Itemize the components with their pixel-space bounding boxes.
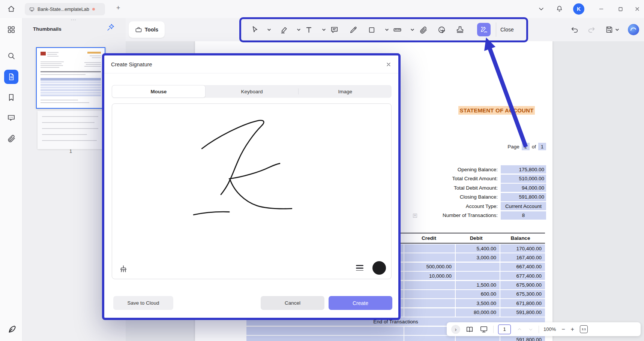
create-signature-dialog: Create Signature MouseKeyboardImage Save… — [102, 53, 401, 320]
zoom-out-button[interactable]: − — [561, 326, 565, 333]
select-tool[interactable] — [251, 18, 259, 41]
table-cell — [246, 336, 404, 341]
highlighter-tool[interactable] — [280, 18, 288, 41]
new-tab-button[interactable]: + — [116, 4, 120, 12]
bookmarks-button[interactable] — [7, 93, 16, 102]
table-cell — [404, 253, 455, 262]
save-button[interactable] — [605, 18, 613, 41]
measure-tool-dropdown[interactable] — [410, 18, 414, 41]
close-window-button[interactable] — [633, 5, 641, 13]
redo-button[interactable] — [587, 18, 596, 41]
left-rail — [0, 18, 23, 341]
minimize-button[interactable] — [597, 5, 605, 13]
cancel-button[interactable]: Cancel — [261, 296, 324, 310]
chevron-down-icon — [322, 28, 326, 32]
highlighter-icon — [280, 25, 288, 34]
view-controls-bar: › 100% − + 1:1 — [447, 322, 641, 336]
tab-list-button[interactable] — [537, 5, 545, 13]
table-cell — [404, 290, 455, 298]
shape-tool-dropdown[interactable] — [385, 18, 389, 41]
stroke-thickness-button[interactable] — [356, 265, 363, 271]
page-current-field: 1 — [522, 143, 530, 150]
apps-button[interactable] — [7, 25, 16, 34]
search-icon — [7, 51, 16, 60]
table-row-partial: 591,800.00 — [246, 336, 545, 341]
pin-panel-button[interactable] — [107, 23, 115, 31]
expand-bar-button[interactable]: › — [451, 325, 460, 334]
stamp-tool[interactable] — [456, 18, 464, 41]
select-tool-dropdown[interactable] — [267, 18, 271, 41]
summary-label: Total Debit Amount: — [454, 185, 498, 191]
summary-value: 8 — [501, 211, 546, 220]
next-page-button[interactable] — [528, 327, 533, 332]
page-thumbnail-continuation[interactable] — [38, 111, 104, 149]
save-to-cloud-button[interactable]: Save to Cloud — [113, 296, 173, 310]
title-bar: Bank-State...emplateLab + K — [0, 0, 644, 18]
table-cell: 500,000.00 — [404, 263, 455, 271]
apps-grid-icon — [7, 25, 16, 34]
create-button[interactable]: Create — [329, 296, 392, 310]
tab-mouse[interactable]: Mouse — [112, 85, 206, 98]
document-tab[interactable]: Bank-State...emplateLab — [25, 3, 105, 15]
summary-row: Account Type:Current Account — [443, 202, 546, 210]
comments-panel-button[interactable] — [7, 113, 16, 122]
signature-canvas[interactable] — [112, 103, 392, 279]
chevron-up-icon — [517, 327, 522, 332]
tab-image[interactable]: Image — [299, 85, 392, 98]
chevron-down-icon — [297, 28, 301, 32]
page-thumbnail-1[interactable] — [36, 47, 105, 109]
comment-tool[interactable] — [330, 18, 339, 41]
zoom-in-button[interactable]: + — [571, 326, 574, 333]
pen-tool[interactable] — [349, 18, 358, 41]
table-cell — [456, 263, 500, 271]
table-cell — [404, 308, 455, 317]
summary-label: Total Credit Amount: — [452, 176, 498, 181]
save-dropdown[interactable] — [615, 18, 619, 41]
highlighter-dropdown[interactable] — [297, 18, 301, 41]
home-button[interactable] — [7, 5, 15, 13]
ai-assistant-button[interactable] — [628, 24, 639, 35]
summary-value: 510,000.00 — [501, 175, 546, 183]
previous-page-button[interactable] — [517, 327, 522, 332]
chevron-down-icon — [410, 28, 414, 32]
stamp-icon — [456, 25, 464, 34]
column-header: Debit — [454, 233, 498, 243]
page-indicator-of: of — [532, 144, 536, 150]
text-tool[interactable] — [305, 18, 313, 41]
shape-tool[interactable] — [368, 18, 376, 41]
measure-tool[interactable] — [393, 18, 402, 41]
attachments-panel-button[interactable] — [7, 134, 16, 143]
monitor-icon — [480, 325, 488, 334]
zoom-level[interactable]: 100% — [543, 326, 556, 332]
avatar[interactable]: K — [573, 3, 584, 15]
summary-value: 591,800.00 — [501, 193, 546, 201]
maximize-button[interactable] — [616, 5, 624, 13]
undo-button[interactable] — [570, 18, 579, 41]
search-button[interactable] — [7, 51, 16, 60]
broom-icon — [119, 265, 128, 274]
summary-value: 94,000.00 — [501, 184, 546, 192]
close-toolbar-button[interactable]: Close — [500, 18, 514, 41]
actual-size-button[interactable]: 1:1 — [580, 325, 588, 333]
tab-keyboard[interactable]: Keyboard — [206, 85, 299, 98]
attachment-tool[interactable] — [419, 18, 428, 41]
signature-tool[interactable] — [477, 23, 491, 36]
table-cell: 170,400.00 — [500, 244, 545, 253]
notifications-button[interactable] — [555, 5, 563, 13]
tools-menu-button[interactable]: Tools — [129, 21, 165, 38]
reader-mode-button[interactable] — [465, 325, 474, 334]
maximize-icon — [618, 6, 623, 12]
sticker-tool[interactable] — [437, 18, 446, 41]
table-cell: 591,800.00 — [500, 336, 545, 341]
summary-row: Closing Balance:591,800.00 — [443, 193, 546, 201]
text-tool-dropdown[interactable] — [322, 18, 326, 41]
presentation-mode-button[interactable] — [480, 325, 488, 334]
stroke-color-button[interactable] — [372, 261, 386, 275]
page-number-input[interactable] — [498, 325, 511, 334]
summary-block: Opening Balance:175,800.00Total Credit A… — [443, 165, 546, 220]
bell-icon — [555, 5, 563, 13]
summary-label: Number of Transactions: — [443, 212, 498, 218]
dialog-close-icon[interactable] — [386, 61, 392, 67]
clear-canvas-button[interactable] — [119, 265, 128, 274]
thumbnails-panel-button[interactable] — [4, 70, 18, 84]
